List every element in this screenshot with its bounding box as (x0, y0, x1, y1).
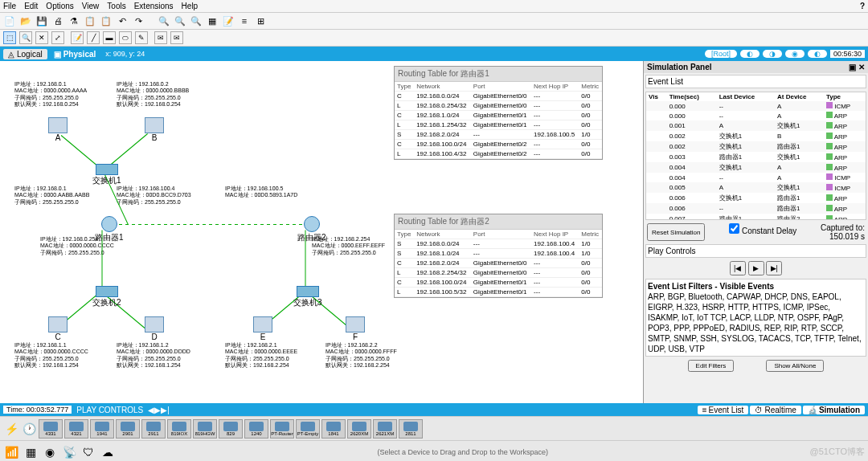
pc-play-icon[interactable]: ▶ (154, 406, 161, 414)
tab-physical[interactable]: ▣ Physical (49, 49, 101, 59)
event-row[interactable]: 0.002交换机1B ARP (646, 131, 866, 141)
play-fwd-button[interactable]: ▶| (766, 261, 782, 275)
event-row[interactable]: 0.004--A ICMP (646, 173, 866, 182)
workspace-canvas[interactable]: IP地址：192.168.0.1 MAC地址：0000.0000.AAAA 子网… (0, 61, 643, 403)
event-row[interactable]: 0.001A交换机1 ARP (646, 120, 866, 131)
node-r1[interactable]: 路由器1 (95, 216, 124, 243)
show-all-button[interactable]: Show All/None (766, 360, 824, 372)
device-model[interactable]: 1841 (321, 419, 346, 439)
device-model[interactable]: PT-Empty (296, 419, 320, 439)
pc-back-icon[interactable]: ◀ (148, 406, 154, 414)
mode-simulation[interactable]: 🔬 Simulation (803, 406, 865, 414)
select-icon[interactable]: ⬚ (3, 31, 16, 44)
device-model[interactable]: 2811 (399, 419, 423, 439)
menu-help[interactable]: Help (182, 2, 199, 10)
pc-fwd-icon[interactable]: ▶| (161, 406, 170, 414)
tab-logical[interactable]: ◬ Logical (3, 49, 47, 59)
event-row[interactable]: 0.000--A ICMP (646, 101, 866, 111)
delete-icon[interactable]: ✕ (35, 31, 48, 44)
reset-sim-button[interactable]: Reset Simulation (647, 223, 705, 241)
nav1-icon[interactable]: ◐ (740, 50, 760, 58)
event-row[interactable]: 0.007路由器1路由器2 ARP (646, 214, 866, 220)
redo-icon[interactable]: ↷ (132, 14, 145, 27)
event-row[interactable]: 0.004交换机1A ARP (646, 162, 866, 173)
event-list[interactable]: VisTime(sec)Last DeviceAt DeviceType0.00… (645, 92, 866, 220)
undo-icon[interactable]: ↶ (116, 14, 129, 27)
node-sw3[interactable]: 交换机3 (293, 286, 322, 308)
cat-security-icon[interactable]: 🛡 (80, 444, 96, 460)
node-pc-d[interactable]: D (145, 316, 164, 341)
const-delay-check[interactable]: Constant Delay (729, 223, 796, 241)
help-icon[interactable]: ? (860, 2, 865, 10)
clock-icon[interactable]: 🕐 (21, 421, 37, 437)
device-model[interactable]: 1240 (244, 419, 268, 439)
menu-view[interactable]: View (82, 2, 100, 10)
play-back-button[interactable]: |◀ (730, 261, 746, 275)
device-model[interactable]: 2620XM (347, 419, 371, 439)
new-icon[interactable]: 📄 (3, 14, 16, 27)
cat-hub-icon[interactable]: ◉ (42, 444, 58, 460)
shape-icon[interactable]: ≡ (238, 14, 251, 27)
pdu-simple-icon[interactable]: ✉ (154, 31, 167, 44)
mode-realtime[interactable]: ⏱ Realtime (750, 406, 800, 414)
palette-icon[interactable]: 📝 (222, 14, 235, 27)
event-row[interactable]: 0.006交换机1路由器1 ARP (646, 193, 866, 203)
device-model[interactable]: PT-Router (270, 419, 294, 439)
menu-extensions[interactable]: Extensions (134, 2, 174, 10)
print-icon[interactable]: 🖨 (51, 14, 64, 27)
event-row[interactable]: 0.000--A ARP (646, 111, 866, 120)
event-row[interactable]: 0.002交换机1路由器1 ARP (646, 141, 866, 152)
zoomin-icon[interactable]: 🔍 (158, 14, 170, 27)
device-model[interactable]: 1941 (90, 419, 114, 439)
menu-options[interactable]: Options (46, 2, 73, 10)
pdu-complex-icon[interactable]: ✉ (170, 31, 183, 44)
zoomreset-icon[interactable]: 🔍 (190, 14, 203, 27)
menu-tools[interactable]: Tools (107, 2, 125, 10)
nav2-icon[interactable]: ◑ (763, 50, 782, 58)
menu-file[interactable]: File (3, 2, 16, 10)
menu-edit[interactable]: Edit (24, 2, 38, 10)
node-pc-a[interactable]: A (48, 117, 68, 142)
freeform-icon[interactable]: ✎ (135, 31, 148, 44)
resize-icon[interactable]: ⤢ (51, 31, 64, 44)
device-model[interactable]: 2621XM (373, 419, 397, 439)
device-model[interactable]: 4331 (39, 419, 63, 439)
thunder-icon[interactable]: ⚡ (3, 421, 19, 437)
node-sw2[interactable]: 交换机2 (92, 286, 121, 308)
rect-icon[interactable]: ▬ (103, 31, 116, 44)
device-model[interactable]: 2901 (116, 419, 140, 439)
cat-wan-icon[interactable]: ☁ (100, 444, 116, 460)
zoomout-icon[interactable]: 🔍 (174, 14, 186, 27)
device-model[interactable]: 4321 (64, 419, 88, 439)
node-pc-c[interactable]: C (48, 316, 68, 341)
node-pc-b[interactable]: B (145, 117, 164, 142)
inspect-icon[interactable]: 🔍 (19, 31, 32, 44)
device-model[interactable]: 819IOX (167, 419, 191, 439)
paste-icon[interactable]: 📋 (100, 14, 113, 27)
save-icon[interactable]: 💾 (35, 14, 48, 27)
nav4-icon[interactable]: ◐ (808, 50, 827, 58)
device-model[interactable]: 2911 (141, 419, 166, 439)
edit-filters-button[interactable]: Edit Filters (688, 360, 735, 372)
grid-icon[interactable]: ▦ (206, 14, 219, 27)
cat-wireless-icon[interactable]: 📡 (61, 444, 77, 460)
event-row[interactable]: 0.005A交换机1 ICMP (646, 182, 866, 193)
cat-switch-icon[interactable]: ▦ (23, 444, 39, 460)
mode-eventlist[interactable]: ≡ Event List (698, 406, 749, 414)
custom-icon[interactable]: ⊞ (254, 14, 267, 27)
device-model[interactable]: 829 (219, 419, 243, 439)
node-r2[interactable]: 路由器2 (297, 216, 326, 243)
play-button[interactable]: ▶ (748, 261, 764, 275)
device-model[interactable]: 819HGW (193, 419, 217, 439)
event-row[interactable]: 0.006--路由器1 ARP (646, 203, 866, 214)
cat-router-icon[interactable]: 📶 (3, 444, 19, 460)
node-pc-e[interactable]: E (253, 316, 272, 341)
root-button[interactable]: [Root] (705, 50, 737, 58)
wizard-icon[interactable]: ⚗ (68, 14, 80, 27)
panel-controls[interactable]: ▣ ✕ (849, 63, 865, 71)
note-icon[interactable]: 📝 (71, 31, 84, 44)
open-icon[interactable]: 📂 (19, 14, 32, 27)
nav3-icon[interactable]: ◉ (785, 50, 805, 58)
ellipse-icon[interactable]: ⬭ (119, 31, 132, 44)
copy-icon[interactable]: 📋 (84, 14, 96, 27)
